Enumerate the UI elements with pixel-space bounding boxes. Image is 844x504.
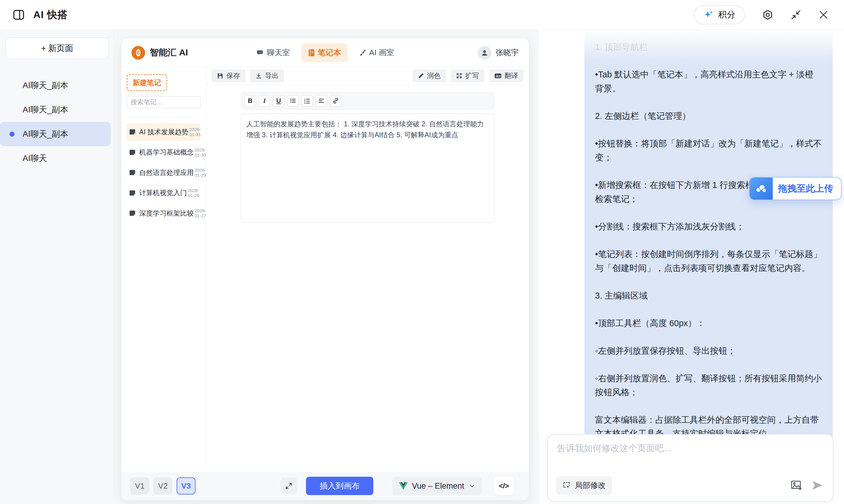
expand-writing-button[interactable]: 扩写 bbox=[451, 69, 484, 83]
version-v1-button[interactable]: V1 bbox=[130, 477, 149, 494]
note-item-dl-frameworks[interactable]: 深度学习框架比较 2026-01-27 bbox=[127, 204, 201, 222]
chat-bubble-icon bbox=[256, 49, 264, 57]
assistant-paragraph: 3. 主编辑区域 bbox=[595, 289, 822, 303]
partial-edit-button[interactable]: 局部修改 bbox=[556, 476, 612, 494]
notes-panel: 新建笔记 AI 技术发展趋势 2026-01-31 机器学习 bbox=[121, 67, 206, 472]
sidebar-toggle-icon[interactable] bbox=[13, 10, 24, 20]
notes-divider bbox=[127, 116, 201, 117]
assistant-paragraph: •按钮替换：将顶部「新建对话」改为「新建笔记」，样式不变； bbox=[595, 137, 822, 164]
composer: 局部修改 bbox=[548, 434, 833, 502]
expand-arrows-icon bbox=[456, 73, 462, 79]
preview-brand: 智能汇 AI bbox=[132, 46, 188, 59]
svg-text:3: 3 bbox=[304, 102, 305, 104]
note-title: 深度学习框架比较 bbox=[139, 209, 194, 218]
expand-label: 扩写 bbox=[465, 71, 479, 80]
code-icon: </> bbox=[499, 482, 509, 490]
add-image-icon[interactable] bbox=[790, 479, 803, 491]
note-icon bbox=[129, 149, 136, 156]
user-menu[interactable]: 张晓宇 bbox=[478, 46, 519, 59]
note-title: 机器学习基础概念 bbox=[139, 148, 194, 157]
polish-button[interactable]: 润色 bbox=[413, 69, 446, 83]
preview-footer: V1 V2 V3 插入到画布 Vue – Element </> bbox=[121, 472, 529, 500]
new-page-button[interactable]: + 新页面 bbox=[5, 38, 109, 59]
tab-notebook[interactable]: 笔记本 bbox=[301, 43, 347, 62]
note-title: 自然语言处理应用 bbox=[139, 168, 194, 177]
tab-ai-studio[interactable]: AI 画室 bbox=[352, 43, 401, 62]
note-icon bbox=[129, 190, 136, 196]
tab-label: 笔记本 bbox=[318, 48, 341, 58]
sidebar-item-chat-copy-3-active[interactable]: AI聊天_副本 bbox=[0, 122, 111, 146]
underline-button[interactable]: U bbox=[273, 95, 284, 106]
brand-logo-icon bbox=[132, 46, 145, 59]
pages-sidebar: + 新页面 AI聊天_副本 AI聊天_副本 AI聊天_副本 AI聊天 bbox=[0, 30, 115, 504]
numbered-list-button[interactable]: 123 bbox=[302, 95, 313, 106]
settings-icon[interactable] bbox=[762, 9, 773, 20]
editor-toolbar: 保存 导出 润色 bbox=[206, 67, 529, 85]
assistant-paragraph: •Tab 默认选中「笔记本」，高亮样式沿用主色文字 + 淡橙背景。 bbox=[595, 68, 822, 95]
bullet-list-button[interactable] bbox=[287, 95, 298, 106]
sidebar-item-chat-copy-1[interactable]: AI聊天_副本 bbox=[0, 73, 114, 97]
translate-label: 翻译 bbox=[504, 71, 518, 80]
version-v3-button[interactable]: V3 bbox=[176, 477, 195, 494]
download-icon bbox=[256, 73, 262, 79]
sidebar-item-label: AI聊天_副本 bbox=[22, 80, 68, 91]
chevron-down-icon bbox=[469, 483, 476, 489]
topbar: AI 快搭 积分 bbox=[0, 0, 844, 30]
app-title: AI 快搭 bbox=[33, 8, 68, 22]
collapse-window-icon[interactable] bbox=[791, 10, 801, 20]
save-label: 保存 bbox=[226, 71, 240, 80]
avatar-icon bbox=[478, 46, 492, 59]
vue-logo-icon bbox=[399, 482, 408, 490]
framework-select[interactable]: Vue – Element bbox=[392, 477, 482, 495]
fullscreen-icon bbox=[285, 482, 293, 490]
note-search-input[interactable] bbox=[127, 96, 201, 108]
composer-input[interactable] bbox=[557, 442, 824, 472]
note-item-nlp-apps[interactable]: 自然语言处理应用 2026-01-29 bbox=[127, 164, 201, 181]
tab-label: AI 画室 bbox=[369, 48, 394, 58]
page-list: AI聊天_副本 AI聊天_副本 AI聊天_副本 AI聊天 bbox=[0, 73, 114, 170]
version-v2-button[interactable]: V2 bbox=[153, 477, 172, 494]
tab-label: 聊天室 bbox=[267, 48, 290, 58]
sidebar-item-label: AI聊天_副本 bbox=[22, 128, 68, 140]
notebook-icon bbox=[308, 49, 315, 57]
italic-button[interactable]: I bbox=[259, 95, 270, 106]
preview-app-header: 智能汇 AI 聊天室 笔记本 bbox=[121, 38, 529, 67]
sidebar-item-chat-copy-2[interactable]: AI聊天_副本 bbox=[0, 97, 114, 122]
note-icon bbox=[129, 129, 136, 135]
brush-icon bbox=[359, 49, 366, 56]
note-item-cv-intro[interactable]: 计算机视觉入门 2026-01-28 bbox=[127, 184, 201, 202]
note-item-ai-trends[interactable]: AI 技术发展趋势 2026-01-31 bbox=[127, 123, 201, 141]
close-icon[interactable] bbox=[819, 10, 829, 20]
sidebar-item-label: AI聊天_副本 bbox=[22, 104, 68, 115]
insert-to-canvas-button[interactable]: 插入到画布 bbox=[306, 477, 373, 495]
assistant-paragraph: •笔记列表：按创建时间倒序排列，每条仅显示「笔记标题」与「创建时间」，点击列表项… bbox=[595, 247, 822, 275]
view-code-button[interactable]: </> bbox=[494, 477, 514, 495]
export-label: 导出 bbox=[265, 71, 279, 80]
translate-button[interactable]: A文 翻译 bbox=[489, 69, 523, 83]
drag-upload-badge[interactable]: 拖拽至此上传 bbox=[749, 177, 842, 200]
export-button[interactable]: 导出 bbox=[250, 69, 284, 83]
align-left-button[interactable] bbox=[316, 95, 327, 106]
cloud-drive-icon bbox=[750, 177, 773, 200]
bold-button[interactable]: B bbox=[244, 95, 256, 106]
assistant-paragraph: •分割线：搜索框下方添加浅灰分割线； bbox=[595, 220, 822, 234]
framework-label: Vue – Element bbox=[412, 482, 465, 491]
assistant-paragraph: 2. 左侧边栏（笔记管理） bbox=[595, 109, 822, 123]
new-note-button[interactable]: 新建笔记 bbox=[127, 74, 167, 91]
brand-name: 智能汇 AI bbox=[150, 47, 188, 59]
points-button[interactable]: 积分 bbox=[694, 5, 745, 24]
fullscreen-button[interactable] bbox=[280, 478, 297, 494]
sidebar-item-chat[interactable]: AI聊天 bbox=[0, 146, 114, 170]
link-button[interactable] bbox=[330, 95, 341, 106]
active-page-dot bbox=[10, 132, 15, 137]
region-select-icon bbox=[562, 481, 571, 489]
save-button[interactable]: 保存 bbox=[211, 69, 245, 83]
rich-text-editor[interactable]: 人工智能的发展趋势主要包括： 1. 深度学习技术持续突破 2. 自然语言处理能力… bbox=[241, 113, 495, 223]
polish-label: 润色 bbox=[427, 71, 441, 80]
note-item-ml-basics[interactable]: 机器学习基础概念 2026-01-30 bbox=[127, 144, 201, 161]
pencil-icon bbox=[418, 73, 424, 79]
tab-chatroom[interactable]: 聊天室 bbox=[249, 43, 296, 62]
note-date: 2026-01-30 bbox=[195, 147, 206, 158]
preview-card: 智能汇 AI 聊天室 笔记本 bbox=[121, 38, 529, 501]
send-icon[interactable] bbox=[811, 479, 824, 492]
